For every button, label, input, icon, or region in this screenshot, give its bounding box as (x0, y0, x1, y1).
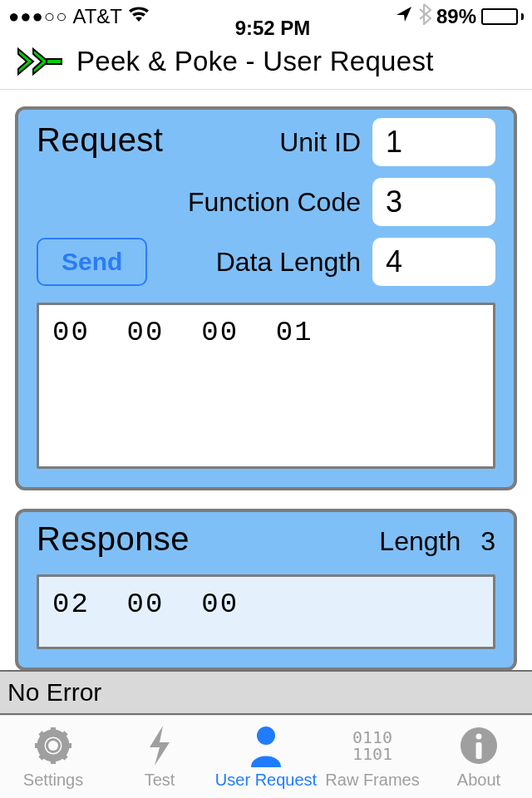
svg-point-11 (48, 741, 58, 751)
tab-label: Settings (23, 771, 83, 790)
battery-percent: 89% (436, 5, 476, 28)
bluetooth-icon (418, 3, 431, 30)
signal-dots: ●●●○○ (8, 6, 67, 27)
request-panel: Request Unit ID Function Code Send Data … (15, 106, 517, 490)
info-icon (459, 724, 499, 767)
nav-bar: Peek & Poke - User Request (0, 33, 532, 90)
carrier-label: AT&T (72, 5, 122, 28)
tab-test[interactable]: Test (106, 716, 213, 798)
tab-bar: Settings Test User Request 01101101 Raw … (0, 715, 532, 798)
response-hex-box: 02 00 00 (37, 574, 495, 649)
svg-point-12 (257, 727, 275, 745)
error-text: No Error (7, 678, 101, 707)
app-logo-arrows-icon (15, 44, 65, 79)
error-bar: No Error (0, 670, 532, 715)
data-length-field[interactable] (372, 238, 495, 286)
request-title: Request (37, 121, 163, 159)
status-time: 9:52 PM (150, 17, 395, 40)
response-length-label: Length (379, 526, 461, 557)
send-button[interactable]: Send (37, 238, 147, 286)
function-code-label: Function Code (188, 187, 361, 218)
tab-label: User Request (215, 771, 317, 790)
tab-about[interactable]: About (426, 716, 532, 798)
wifi-icon (127, 5, 150, 28)
function-code-field[interactable] (372, 178, 495, 226)
tab-user-request[interactable]: User Request (213, 716, 319, 798)
bolt-icon (143, 724, 176, 767)
request-hex-box[interactable]: 00 00 00 01 (37, 303, 495, 469)
tab-label: About (457, 771, 500, 790)
battery-icon (481, 8, 524, 25)
svg-rect-15 (476, 742, 482, 759)
binary-icon: 01101101 (352, 724, 392, 767)
tab-label: Test (145, 771, 175, 790)
unit-id-field[interactable] (372, 118, 495, 166)
svg-rect-0 (47, 59, 62, 64)
tab-settings[interactable]: Settings (0, 716, 106, 798)
response-length-value: 3 (480, 526, 495, 557)
content-area: Request Unit ID Function Code Send Data … (0, 90, 532, 670)
response-panel: Response Length 3 02 00 00 (15, 509, 517, 670)
status-right: 89% (395, 3, 524, 30)
page-title: Peek & Poke - User Request (76, 46, 434, 77)
person-icon (248, 724, 284, 767)
status-left: ●●●○○ AT&T (8, 5, 150, 28)
binary-bottom: 1101 (352, 744, 392, 764)
response-title: Response (37, 520, 190, 558)
svg-point-14 (476, 734, 482, 740)
location-icon (395, 5, 413, 28)
tab-label: Raw Frames (325, 771, 419, 790)
gear-icon (33, 724, 73, 767)
data-length-label: Data Length (216, 247, 361, 278)
status-bar: ●●●○○ AT&T 9:52 PM 89% (0, 0, 532, 33)
tab-raw-frames[interactable]: 01101101 Raw Frames (319, 716, 426, 798)
unit-id-label: Unit ID (279, 127, 361, 158)
